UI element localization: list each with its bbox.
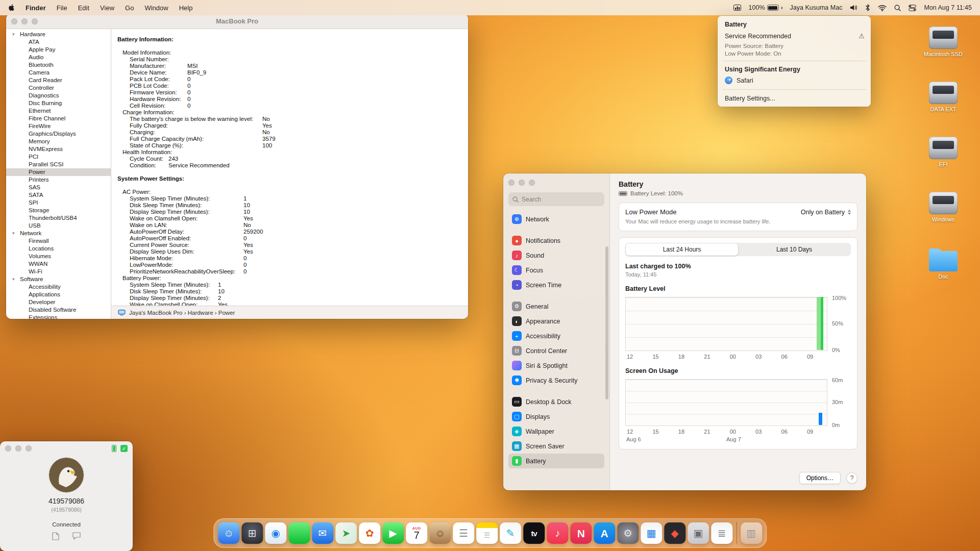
settings-sidebar-item[interactable]: ⊟ Control Center: [508, 343, 604, 358]
dock-app-icon[interactable]: ✿: [359, 522, 380, 544]
dock-app-icon[interactable]: ▣: [688, 522, 709, 544]
settings-sidebar-item[interactable]: ◈ Wallpaper: [508, 424, 604, 439]
desktop-icon[interactable]: Macintosh SSD: [924, 27, 963, 57]
time-range-tab[interactable]: Last 10 Days: [738, 243, 850, 256]
settings-search[interactable]: [508, 192, 604, 206]
settings-sidebar-item[interactable]: ▮ Battery: [508, 454, 604, 468]
sysinfo-sidebar-item[interactable]: Memory: [6, 138, 111, 145]
search-icon[interactable]: [894, 5, 901, 11]
settings-sidebar-item[interactable]: ● Notifications: [508, 233, 604, 248]
dock-app-icon[interactable]: ✉: [312, 522, 333, 544]
dock-app-icon[interactable]: ▥: [741, 522, 762, 544]
sysinfo-sidebar-item[interactable]: SAS: [6, 184, 111, 191]
energy-app-item[interactable]: Safari: [718, 76, 871, 86]
settings-sidebar-item[interactable]: ◔ Screen Time: [508, 278, 604, 292]
settings-sidebar-item[interactable]: ▭ Desktop & Dock: [508, 394, 604, 409]
settings-sidebar-item[interactable]: ▢ Displays: [508, 409, 604, 424]
close-button[interactable]: [5, 445, 11, 452]
desktop-icon[interactable]: EFI: [929, 137, 958, 167]
settings-sidebar-item[interactable]: ♪ Sound: [508, 248, 604, 263]
user-account-menu[interactable]: Jaya Kusuma Mac: [790, 4, 843, 11]
dock-app-icon[interactable]: [288, 522, 310, 544]
dock-app-icon[interactable]: ◆: [664, 522, 685, 544]
chat-icon[interactable]: [72, 532, 81, 540]
sysinfo-sidebar-item[interactable]: FireWire: [6, 122, 111, 130]
dock-app-icon[interactable]: ⊞: [241, 522, 263, 544]
sysinfo-sidebar-item[interactable]: Software: [6, 276, 111, 283]
minimize-button[interactable]: [15, 445, 21, 452]
volume-icon[interactable]: [850, 5, 857, 11]
sysinfo-sidebar-item[interactable]: Extensions: [6, 314, 111, 319]
sysinfo-sidebar-item[interactable]: Audio: [6, 54, 111, 61]
sysinfo-sidebar-item[interactable]: Firewall: [6, 237, 111, 245]
sysinfo-sidebar-item[interactable]: Apple Pay: [6, 46, 111, 54]
sysinfo-sidebar-item[interactable]: Accessibility: [6, 283, 111, 291]
sysinfo-sidebar-item[interactable]: Locations: [6, 245, 111, 253]
wifi-icon[interactable]: [878, 5, 887, 11]
sysinfo-sidebar-item[interactable]: Card Reader: [6, 77, 111, 84]
sysinfo-sidebar-item[interactable]: Fibre Channel: [6, 115, 111, 122]
control-center-icon[interactable]: [909, 5, 916, 11]
help-button[interactable]: ?: [846, 472, 857, 484]
sysinfo-sidebar-item[interactable]: Disabled Software: [6, 306, 111, 314]
sysinfo-sidebar-item[interactable]: Network: [6, 230, 111, 237]
sysinfo-sidebar-item[interactable]: PCI: [6, 153, 111, 161]
menu-item[interactable]: File: [57, 4, 67, 12]
file-transfer-icon[interactable]: [52, 532, 59, 540]
bluetooth-icon[interactable]: [865, 4, 870, 11]
sysinfo-sidebar-item[interactable]: Printers: [6, 176, 111, 184]
menu-item[interactable]: Help: [179, 4, 193, 12]
active-app-menu[interactable]: Finder: [26, 4, 46, 12]
zoom-button[interactable]: [26, 445, 32, 452]
battery-settings-item[interactable]: Battery Settings...: [718, 93, 871, 102]
time-range-tab[interactable]: Last 24 Hours: [626, 243, 738, 256]
options-button[interactable]: Options…: [799, 472, 841, 484]
dock-app-icon[interactable]: ♪: [547, 522, 568, 544]
sysinfo-sidebar-item[interactable]: Developer: [6, 298, 111, 306]
desktop-icon[interactable]: Windows: [929, 192, 958, 222]
dock-app-icon[interactable]: ▦: [641, 522, 662, 544]
dock-app-icon[interactable]: N: [570, 522, 592, 544]
dock-app-icon[interactable]: ▶: [382, 522, 404, 544]
minimize-button[interactable]: [519, 180, 525, 186]
menu-item[interactable]: View: [100, 4, 114, 12]
dock-app-icon[interactable]: ☺: [218, 522, 239, 544]
clock[interactable]: Mon Aug 7 11:45: [924, 4, 972, 11]
menu-item[interactable]: Window: [144, 4, 168, 12]
sysinfo-sidebar-item[interactable]: Parallel SCSI: [6, 161, 111, 168]
sysinfo-sidebar-item[interactable]: Controller: [6, 84, 111, 92]
settings-sidebar-item[interactable]: ⚙ General: [508, 299, 604, 314]
battery-status[interactable]: 100%: [749, 4, 782, 11]
dock-app-icon[interactable]: [736, 522, 737, 544]
dock-app-icon[interactable]: ✎: [500, 522, 521, 544]
sysinfo-sidebar-item[interactable]: USB: [6, 222, 111, 230]
sysinfo-sidebar-item[interactable]: SPI: [6, 199, 111, 207]
settings-sidebar-item[interactable]: ◐ Appearance: [508, 314, 604, 329]
sysinfo-sidebar-item[interactable]: Volumes: [6, 253, 111, 260]
settings-sidebar-item[interactable]: Siri & Spotlight: [508, 358, 604, 373]
sysinfo-sidebar-item[interactable]: Disc Burning: [6, 99, 111, 107]
sysinfo-sidebar-item[interactable]: WWAN: [6, 260, 111, 268]
sysinfo-sidebar-item[interactable]: Graphics/Displays: [6, 130, 111, 138]
desktop-icon[interactable]: Doc: [929, 247, 958, 280]
dock-app-icon[interactable]: ☰: [453, 522, 474, 544]
dock-app-icon[interactable]: ☰: [476, 522, 498, 544]
settings-sidebar-item[interactable]: ▦ Screen Saver: [508, 439, 604, 454]
sysinfo-sidebar-item[interactable]: NVMExpress: [6, 145, 111, 153]
settings-sidebar-item[interactable]: + Accessibility: [508, 329, 604, 343]
sysinfo-sidebar-item[interactable]: Power: [6, 168, 111, 176]
sysinfo-sidebar-item[interactable]: ATA: [6, 38, 111, 46]
service-recommended-item[interactable]: Service Recommended ⚠: [718, 32, 871, 42]
stats-icon[interactable]: [733, 5, 741, 11]
dock-app-icon[interactable]: ☺: [429, 522, 451, 544]
close-button[interactable]: [508, 180, 514, 186]
dock-app-icon[interactable]: AUG 7: [406, 522, 427, 544]
window-titlebar[interactable]: MacBook Pro: [6, 14, 468, 29]
sysinfo-sidebar-item[interactable]: Ethernet: [6, 107, 111, 115]
low-power-mode-popup[interactable]: Only on Battery: [801, 209, 851, 216]
menu-item[interactable]: Go: [125, 4, 134, 12]
sysinfo-sidebar-item[interactable]: Wi-Fi: [6, 268, 111, 276]
sysinfo-sidebar-item[interactable]: Diagnostics: [6, 92, 111, 99]
sysinfo-sidebar-item[interactable]: Applications: [6, 291, 111, 298]
sysinfo-sidebar-item[interactable]: Bluetooth: [6, 61, 111, 69]
